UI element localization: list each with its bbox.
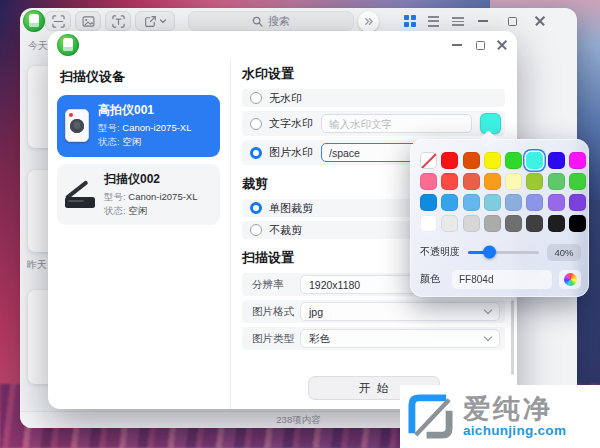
maximize-button[interactable] [504, 13, 520, 29]
swatch[interactable] [569, 152, 586, 169]
swatch[interactable] [569, 215, 586, 232]
opacity-slider-handle[interactable] [483, 246, 496, 259]
swatch[interactable] [484, 152, 501, 169]
radio-on-icon[interactable] [250, 147, 262, 159]
swatch[interactable] [484, 194, 501, 211]
color-label: 颜色 [420, 272, 452, 286]
app-icon [23, 10, 45, 32]
swatch[interactable] [420, 215, 437, 232]
menu-icon[interactable] [452, 17, 464, 26]
device-name: 扫描仪002 [104, 171, 197, 188]
swatch[interactable] [526, 194, 543, 211]
watermark-text-option[interactable]: 文字水印 [242, 111, 505, 136]
swatch[interactable] [441, 194, 458, 211]
chevron-down-icon [484, 333, 492, 341]
dialog-close-button[interactable] [494, 37, 510, 53]
select-value: 1920x1180 [309, 279, 360, 291]
swatch[interactable] [505, 215, 522, 232]
swatch[interactable] [548, 152, 565, 169]
maximize-icon [508, 17, 517, 26]
swatch[interactable] [526, 173, 543, 190]
swatch[interactable] [526, 152, 543, 169]
list-view-icon[interactable] [428, 16, 439, 27]
color-hex-input[interactable] [452, 270, 552, 289]
search-input[interactable]: 搜索 [188, 11, 354, 31]
option-label: 图片水印 [269, 145, 313, 160]
dialog-app-icon [57, 34, 79, 56]
dialog-maximize-button[interactable] [472, 37, 488, 53]
dialog-minimize-button[interactable] [449, 37, 465, 53]
site-name: 爱纯净 [463, 395, 566, 423]
swatch[interactable] [463, 173, 480, 190]
option-label: 无水印 [269, 91, 302, 106]
chevron-down-icon [484, 306, 492, 314]
watermark-color-button[interactable] [480, 113, 501, 134]
site-logo-icon [407, 393, 454, 440]
swatch-grid [420, 152, 586, 232]
field-label: 图片格式 [252, 305, 300, 319]
swatch[interactable] [505, 194, 522, 211]
scan-capture-button[interactable] [45, 11, 71, 31]
option-label: 文字水印 [269, 116, 313, 131]
image-icon [82, 15, 95, 28]
close-icon [497, 40, 507, 50]
grid-view-icon[interactable] [404, 15, 416, 27]
swatch[interactable] [548, 194, 565, 211]
swatch[interactable] [526, 215, 543, 232]
image-type-select[interactable]: 彩色 [300, 329, 500, 348]
items-count: 238项内容 [276, 414, 320, 427]
swatch[interactable] [484, 215, 501, 232]
send-button[interactable] [358, 11, 379, 32]
device-status: 状态: 空闲 [104, 204, 197, 218]
swatch[interactable] [463, 215, 480, 232]
text-recognition-button[interactable] [105, 11, 131, 31]
device-item-doc-camera[interactable]: 高拍仪001 型号: Canon-i2075-XL 状态: 空闲 [57, 95, 220, 157]
site-watermark: 爱纯净 aichunjing.com [400, 385, 600, 448]
device-item-flatbed-scanner[interactable]: 扫描仪002 型号: Canon-i2075-XL 状态: 空闲 [57, 164, 220, 226]
watermark-section-title: 水印设置 [242, 65, 505, 83]
image-format-field: 图片格式 jpg [242, 300, 505, 323]
watermark-text-input[interactable] [321, 114, 472, 133]
swatch[interactable] [548, 173, 565, 190]
swatch[interactable] [463, 152, 480, 169]
radio-on-icon[interactable] [250, 202, 262, 214]
image-button[interactable] [75, 11, 101, 31]
minimize-button[interactable] [475, 13, 491, 29]
swatch[interactable] [505, 173, 522, 190]
screenshot-stage: 搜索 今天 昨天 238项内容 扫描仪设备 [0, 0, 600, 448]
close-button[interactable] [532, 13, 548, 29]
swatch[interactable] [420, 173, 437, 190]
swatch[interactable] [441, 215, 458, 232]
color-wheel-icon [564, 273, 577, 286]
swatch[interactable] [420, 194, 437, 211]
maximize-icon [476, 41, 485, 50]
swatch[interactable] [569, 194, 586, 211]
image-type-field: 图片类型 彩色 [242, 327, 505, 350]
device-name: 高拍仪001 [98, 102, 191, 119]
dialog-scrollbar[interactable] [511, 300, 514, 375]
image-format-select[interactable]: jpg [300, 302, 500, 321]
watermark-none-option[interactable]: 无水印 [242, 89, 505, 107]
select-value: jpg [309, 306, 323, 318]
swatch[interactable] [441, 152, 458, 169]
close-icon [535, 16, 545, 26]
radio-off-icon[interactable] [250, 92, 262, 104]
swatch[interactable] [463, 194, 480, 211]
swatch[interactable] [548, 215, 565, 232]
option-label: 不裁剪 [269, 223, 302, 238]
swatch[interactable] [569, 173, 586, 190]
swatch[interactable] [484, 173, 501, 190]
today-label: 今天 [28, 39, 48, 53]
radio-off-icon[interactable] [250, 224, 262, 236]
share-button[interactable] [135, 11, 175, 31]
opacity-slider[interactable] [468, 251, 539, 254]
color-wheel-button[interactable] [559, 270, 581, 289]
minimize-icon [452, 44, 462, 46]
swatch[interactable] [505, 152, 522, 169]
device-model: 型号: Canon-i2075-XL [98, 121, 191, 135]
radio-off-icon[interactable] [250, 118, 262, 130]
device-status: 状态: 空闲 [98, 135, 191, 149]
swatch-transparent[interactable] [420, 152, 437, 169]
document-camera-icon [65, 109, 89, 142]
swatch[interactable] [441, 173, 458, 190]
